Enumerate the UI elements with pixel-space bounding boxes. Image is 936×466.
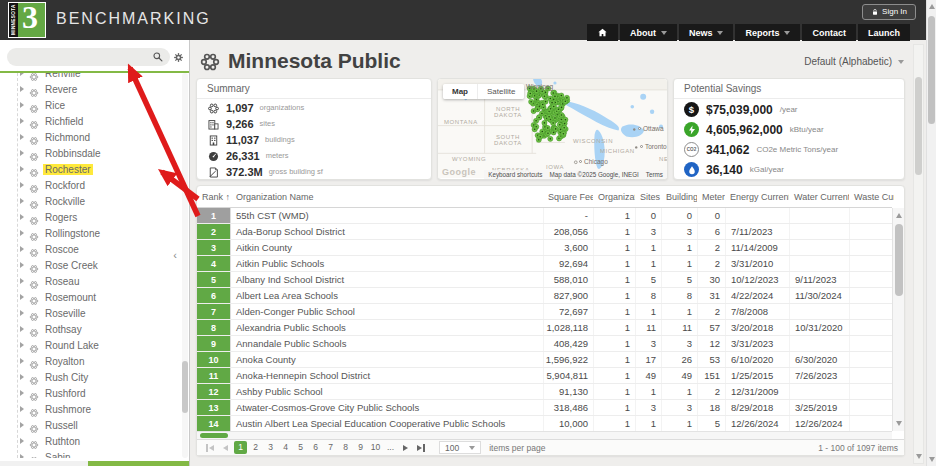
sidebar-hscrollbar-thumb[interactable] [88, 461, 189, 466]
table-row[interactable]: 5Albany Ind School District588,010155301… [197, 272, 892, 288]
chevron-right-icon[interactable] [20, 86, 24, 92]
chevron-right-icon[interactable] [20, 374, 24, 380]
column-header-buildings[interactable]: Buildings [661, 192, 697, 202]
sidebar-item-rollingstone[interactable]: Rollingstone [0, 225, 180, 241]
column-header-rank[interactable]: Rank ↑ [197, 192, 231, 202]
chevron-right-icon[interactable] [20, 342, 24, 348]
sidebar-item-royalton[interactable]: Royalton [0, 353, 180, 369]
chevron-right-icon[interactable] [20, 118, 24, 124]
table-row[interactable]: 6Albert Lea Area Schools827,900188314/22… [197, 288, 892, 304]
sidebar-item-roseau[interactable]: Roseau [0, 273, 180, 289]
previous-page-button[interactable] [220, 445, 231, 451]
chevron-right-icon[interactable] [20, 422, 24, 428]
chevron-right-icon[interactable] [20, 358, 24, 364]
page-button-6[interactable]: 6 [309, 441, 322, 454]
window-scroll-up-arrow[interactable] [929, 4, 935, 9]
page-button-7[interactable]: 7 [324, 441, 337, 454]
page-button-1[interactable]: 1 [234, 441, 247, 454]
sidebar-item-rushford[interactable]: Rushford [0, 385, 180, 401]
chevron-right-icon[interactable] [20, 294, 24, 300]
chevron-right-icon[interactable] [20, 134, 24, 140]
sidebar-search-box[interactable] [7, 48, 170, 66]
chevron-right-icon[interactable] [20, 390, 24, 396]
last-page-button[interactable] [414, 444, 428, 452]
nav-item-news[interactable]: News [679, 24, 734, 41]
page-button-10[interactable]: 10 [369, 441, 382, 454]
chevron-right-icon[interactable] [20, 454, 24, 458]
sidebar-item-roscoe[interactable]: Roscoe [0, 241, 180, 257]
chevron-right-icon[interactable] [20, 262, 24, 268]
table-row[interactable]: 9Annandale Public Schools408,429133123/3… [197, 336, 892, 352]
page-button-4[interactable]: 4 [279, 441, 292, 454]
window-scroll-down-arrow[interactable] [929, 457, 935, 462]
chevron-right-icon[interactable] [20, 102, 24, 108]
chevron-right-icon[interactable] [20, 326, 24, 332]
search-input[interactable] [15, 49, 145, 65]
sidebar-item-rockford[interactable]: Rockford [0, 177, 180, 193]
chevron-right-icon[interactable] [20, 73, 24, 76]
nav-item-contact[interactable]: Contact [802, 24, 856, 41]
nav-item-about[interactable]: About [620, 24, 677, 41]
chevron-right-icon[interactable] [20, 198, 24, 204]
column-header-energy-current-to[interactable]: Energy Current To [725, 192, 789, 202]
nav-item-reports[interactable]: Reports [735, 24, 800, 41]
sidebar-item-sabin[interactable]: Sabin [0, 449, 180, 458]
scroll-down-arrow[interactable] [896, 421, 902, 426]
page-size-dropdown[interactable]: 100 [439, 441, 481, 454]
chevron-right-icon[interactable] [20, 182, 24, 188]
content-scrollbar[interactable] [913, 44, 924, 464]
table-vertical-scrollbar[interactable] [892, 208, 904, 431]
search-icon[interactable] [152, 51, 164, 63]
sidebar-item-ruthton[interactable]: Ruthton [0, 433, 180, 449]
table-row[interactable]: 3Aitkin County3,600111211/14/2009 [197, 240, 892, 256]
page-button-8[interactable]: 8 [339, 441, 352, 454]
sidebar-item-rochester[interactable]: Rochester [0, 161, 180, 177]
sidebar-item-roseville[interactable]: Roseville [0, 305, 180, 321]
sidebar-item-rothsay[interactable]: Rothsay [0, 321, 180, 337]
sidebar-item-russell[interactable]: Russell [0, 417, 180, 433]
terms-link[interactable]: Terms [646, 171, 663, 178]
sidebar-item-rushmore[interactable]: Rushmore [0, 401, 180, 417]
page-button-3[interactable]: 3 [264, 441, 277, 454]
table-hscroll-thumb[interactable] [200, 433, 228, 438]
column-header-sites[interactable]: Sites [635, 192, 661, 202]
sidebar-hscrollbar[interactable] [0, 461, 189, 466]
sidebar-item-richmond[interactable]: Richmond [0, 129, 180, 145]
page-button-9[interactable]: 9 [354, 441, 367, 454]
sidebar-item-rice[interactable]: Rice [0, 97, 180, 113]
chevron-right-icon[interactable] [20, 230, 24, 236]
page-button-5[interactable]: 5 [294, 441, 307, 454]
sidebar-scrollbar[interactable] [182, 73, 188, 458]
sidebar-item-renville[interactable]: Renville [0, 73, 180, 81]
page-button-2[interactable]: 2 [249, 441, 262, 454]
table-row[interactable]: 8Alexandria Public Schools1,028,11811111… [197, 320, 892, 336]
nav-item-launch[interactable]: Launch [858, 24, 910, 41]
sidebar-item-robbinsdale[interactable]: Robbinsdale [0, 145, 180, 161]
next-page-button[interactable] [400, 445, 411, 451]
table-row[interactable]: 12Ashby Public School91,130111212/31/200… [197, 384, 892, 400]
column-header-square-feet[interactable]: Square Feet [543, 192, 593, 202]
sidebar-item-richfield[interactable]: Richfield [0, 113, 180, 129]
chevron-right-icon[interactable] [20, 438, 24, 444]
table-row[interactable]: 14Austin Albert Lea Special Education Co… [197, 416, 892, 431]
chevron-right-icon[interactable] [20, 150, 24, 156]
keyboard-shortcuts-link[interactable]: Keyboard shortcuts [488, 171, 542, 178]
chevron-right-icon[interactable] [20, 246, 24, 252]
map-button[interactable]: Map [443, 84, 477, 99]
sidebar-scrollbar-thumb[interactable] [182, 361, 188, 413]
gear-icon[interactable] [173, 52, 184, 63]
table-row[interactable]: 2Ada-Borup School District208,05613367/1… [197, 224, 892, 240]
table-row[interactable]: 11Anoka-Hennepin School District5,904,81… [197, 368, 892, 384]
b3-logo[interactable]: MINNESOTA 3 [8, 2, 46, 38]
table-row[interactable]: 13Atwater-Cosmos-Grove City Public Schoo… [197, 400, 892, 416]
sidebar-item-round-lake[interactable]: Round Lake [0, 337, 180, 353]
table-vscroll-thumb[interactable] [895, 224, 903, 296]
window-scrollbar-thumb[interactable] [928, 16, 935, 124]
column-header-meters[interactable]: Meters [697, 192, 725, 202]
sidebar-item-rockville[interactable]: Rockville [0, 193, 180, 209]
column-header-organizations[interactable]: Organizations [593, 192, 635, 202]
chevron-right-icon[interactable] [20, 406, 24, 412]
window-scrollbar[interactable] [926, 0, 936, 466]
sidebar-item-rose-creek[interactable]: Rose Creek [0, 257, 180, 273]
chevron-right-icon[interactable] [20, 166, 24, 172]
